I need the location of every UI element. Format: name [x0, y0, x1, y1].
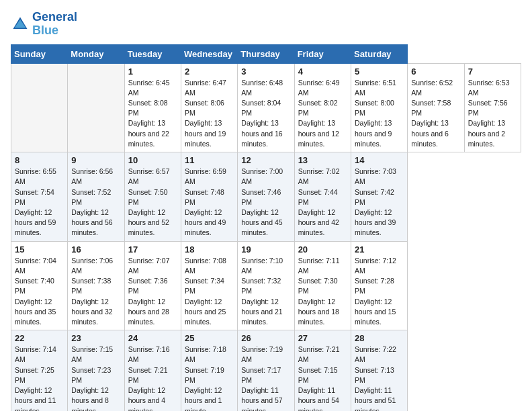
day-info: Sunrise: 6:57 AMSunset: 7:50 PMDaylight:… [128, 167, 177, 238]
day-info: Sunrise: 7:11 AMSunset: 7:30 PMDaylight:… [298, 256, 347, 328]
col-header-thursday: Thursday [238, 44, 294, 63]
page-header: General Blue [11, 11, 521, 38]
logo: General Blue [11, 11, 77, 38]
calendar-cell: 25 Sunrise: 7:18 AMSunset: 7:19 PMDaylig… [181, 330, 237, 411]
day-info: Sunrise: 7:14 AMSunset: 7:25 PMDaylight:… [15, 345, 64, 411]
day-number: 20 [298, 244, 347, 255]
day-number: 26 [241, 333, 290, 343]
calendar-cell: 22 Sunrise: 7:14 AMSunset: 7:25 PMDaylig… [11, 330, 68, 411]
day-number: 22 [15, 333, 64, 343]
day-number: 9 [71, 155, 120, 165]
day-info: Sunrise: 7:04 AMSunset: 7:40 PMDaylight:… [15, 256, 64, 328]
day-number: 16 [71, 244, 120, 255]
calendar-cell: 9 Sunrise: 6:56 AMSunset: 7:52 PMDayligh… [68, 152, 124, 242]
day-number: 27 [298, 333, 347, 343]
calendar-cell: 16 Sunrise: 7:06 AMSunset: 7:38 PMDaylig… [68, 241, 124, 330]
day-number: 28 [355, 333, 404, 343]
day-info: Sunrise: 7:21 AMSunset: 7:15 PMDaylight:… [298, 345, 347, 411]
day-number: 25 [185, 333, 234, 343]
day-info: Sunrise: 7:12 AMSunset: 7:28 PMDaylight:… [355, 256, 404, 328]
col-header-saturday: Saturday [351, 44, 407, 63]
day-info: Sunrise: 7:07 AMSunset: 7:36 PMDaylight:… [128, 256, 177, 328]
calendar-cell: 8 Sunrise: 6:55 AMSunset: 7:54 PMDayligh… [11, 152, 68, 242]
day-number: 2 [185, 66, 234, 77]
calendar-cell [11, 63, 68, 152]
day-info: Sunrise: 7:00 AMSunset: 7:46 PMDaylight:… [241, 167, 290, 238]
day-number: 4 [298, 66, 347, 77]
day-number: 10 [128, 155, 177, 165]
day-number: 17 [128, 244, 177, 255]
day-info: Sunrise: 7:03 AMSunset: 7:42 PMDaylight:… [355, 167, 404, 238]
day-number: 19 [241, 244, 290, 255]
day-info: Sunrise: 7:02 AMSunset: 7:44 PMDaylight:… [298, 167, 347, 238]
col-header-wednesday: Wednesday [181, 44, 237, 63]
day-info: Sunrise: 6:45 AMSunset: 8:08 PMDaylight:… [128, 78, 177, 150]
day-info: Sunrise: 7:19 AMSunset: 7:17 PMDaylight:… [241, 345, 290, 411]
day-number: 23 [71, 333, 120, 343]
day-info: Sunrise: 6:59 AMSunset: 7:48 PMDaylight:… [185, 167, 234, 238]
day-info: Sunrise: 6:56 AMSunset: 7:52 PMDaylight:… [71, 167, 120, 238]
calendar-cell: 26 Sunrise: 7:19 AMSunset: 7:17 PMDaylig… [238, 330, 294, 411]
calendar-week-row: 15 Sunrise: 7:04 AMSunset: 7:40 PMDaylig… [11, 241, 521, 330]
calendar-table: SundayMondayTuesdayWednesdayThursdayFrid… [11, 44, 521, 411]
day-info: Sunrise: 7:16 AMSunset: 7:21 PMDaylight:… [128, 345, 177, 411]
calendar-cell [68, 63, 124, 152]
calendar-cell: 19 Sunrise: 7:10 AMSunset: 7:32 PMDaylig… [238, 241, 294, 330]
calendar-cell: 6 Sunrise: 6:52 AMSunset: 7:58 PMDayligh… [408, 63, 464, 152]
calendar-cell: 17 Sunrise: 7:07 AMSunset: 7:36 PMDaylig… [124, 241, 181, 330]
day-info: Sunrise: 7:06 AMSunset: 7:38 PMDaylight:… [71, 256, 120, 328]
day-number: 14 [355, 155, 404, 165]
day-number: 7 [468, 66, 517, 77]
day-info: Sunrise: 6:48 AMSunset: 8:04 PMDaylight:… [241, 78, 290, 150]
calendar-cell: 5 Sunrise: 6:51 AMSunset: 8:00 PMDayligh… [351, 63, 407, 152]
col-header-friday: Friday [294, 44, 351, 63]
calendar-cell: 1 Sunrise: 6:45 AMSunset: 8:08 PMDayligh… [124, 63, 181, 152]
day-number: 8 [15, 155, 64, 165]
day-info: Sunrise: 6:47 AMSunset: 8:06 PMDaylight:… [185, 78, 234, 150]
logo-text: General Blue [32, 11, 77, 38]
col-header-sunday: Sunday [11, 44, 68, 63]
calendar-cell: 21 Sunrise: 7:12 AMSunset: 7:28 PMDaylig… [351, 241, 407, 330]
calendar-cell: 23 Sunrise: 7:15 AMSunset: 7:23 PMDaylig… [68, 330, 124, 411]
calendar-cell: 11 Sunrise: 6:59 AMSunset: 7:48 PMDaylig… [181, 152, 237, 242]
calendar-week-row: 1 Sunrise: 6:45 AMSunset: 8:08 PMDayligh… [11, 63, 521, 152]
calendar-cell: 7 Sunrise: 6:53 AMSunset: 7:56 PMDayligh… [464, 63, 521, 152]
day-info: Sunrise: 7:18 AMSunset: 7:19 PMDaylight:… [185, 345, 234, 411]
calendar-week-row: 8 Sunrise: 6:55 AMSunset: 7:54 PMDayligh… [11, 152, 521, 242]
day-info: Sunrise: 6:52 AMSunset: 7:58 PMDaylight:… [411, 78, 460, 150]
calendar-cell: 2 Sunrise: 6:47 AMSunset: 8:06 PMDayligh… [181, 63, 237, 152]
day-number: 24 [128, 333, 177, 343]
day-number: 5 [355, 66, 404, 77]
calendar-cell: 4 Sunrise: 6:49 AMSunset: 8:02 PMDayligh… [294, 63, 351, 152]
day-info: Sunrise: 7:22 AMSunset: 7:13 PMDaylight:… [355, 345, 404, 411]
day-number: 11 [185, 155, 234, 165]
calendar-cell: 13 Sunrise: 7:02 AMSunset: 7:44 PMDaylig… [294, 152, 351, 242]
day-number: 12 [241, 155, 290, 165]
calendar-cell: 10 Sunrise: 6:57 AMSunset: 7:50 PMDaylig… [124, 152, 181, 242]
calendar-cell: 27 Sunrise: 7:21 AMSunset: 7:15 PMDaylig… [294, 330, 351, 411]
calendar-cell: 12 Sunrise: 7:00 AMSunset: 7:46 PMDaylig… [238, 152, 294, 242]
day-info: Sunrise: 6:51 AMSunset: 8:00 PMDaylight:… [355, 78, 404, 150]
day-number: 18 [185, 244, 234, 255]
logo-icon [11, 15, 30, 34]
calendar-header-row: SundayMondayTuesdayWednesdayThursdayFrid… [11, 44, 521, 63]
day-number: 1 [128, 66, 177, 77]
calendar-cell: 14 Sunrise: 7:03 AMSunset: 7:42 PMDaylig… [351, 152, 407, 242]
calendar-cell: 18 Sunrise: 7:08 AMSunset: 7:34 PMDaylig… [181, 241, 237, 330]
calendar-cell: 24 Sunrise: 7:16 AMSunset: 7:21 PMDaylig… [124, 330, 181, 411]
day-info: Sunrise: 7:15 AMSunset: 7:23 PMDaylight:… [71, 345, 120, 411]
day-info: Sunrise: 6:49 AMSunset: 8:02 PMDaylight:… [298, 78, 347, 150]
calendar-cell: 15 Sunrise: 7:04 AMSunset: 7:40 PMDaylig… [11, 241, 68, 330]
day-info: Sunrise: 6:53 AMSunset: 7:56 PMDaylight:… [468, 78, 517, 150]
day-info: Sunrise: 7:08 AMSunset: 7:34 PMDaylight:… [185, 256, 234, 328]
col-header-monday: Monday [68, 44, 124, 63]
day-number: 21 [355, 244, 404, 255]
day-number: 13 [298, 155, 347, 165]
calendar-cell: 3 Sunrise: 6:48 AMSunset: 8:04 PMDayligh… [238, 63, 294, 152]
calendar-week-row: 22 Sunrise: 7:14 AMSunset: 7:25 PMDaylig… [11, 330, 521, 411]
day-info: Sunrise: 7:10 AMSunset: 7:32 PMDaylight:… [241, 256, 290, 328]
day-info: Sunrise: 6:55 AMSunset: 7:54 PMDaylight:… [15, 167, 64, 238]
col-header-tuesday: Tuesday [124, 44, 181, 63]
calendar-cell: 28 Sunrise: 7:22 AMSunset: 7:13 PMDaylig… [351, 330, 407, 411]
day-number: 3 [241, 66, 290, 77]
